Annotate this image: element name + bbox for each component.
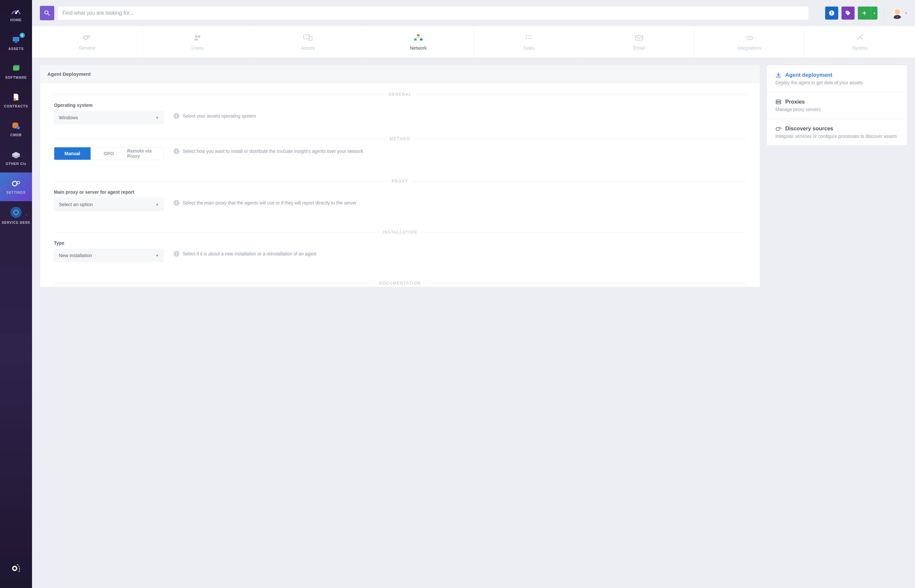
gears-icon — [10, 179, 21, 188]
sidebar-item-service-desk[interactable]: › SERVICE DESK — [0, 201, 32, 230]
tab-label: Users — [191, 45, 204, 51]
sidebar-item-software[interactable]: SOFTWARE — [0, 58, 32, 86]
alerts-button[interactable] — [825, 6, 838, 19]
select-value: Select an option — [59, 202, 93, 207]
sidebar-item-label: CONTRACTS — [4, 104, 28, 108]
section-heading-proxy: PROXY — [40, 163, 760, 186]
sidebar-item-contracts[interactable]: CONTRACTS — [0, 86, 32, 115]
mail-icon — [634, 33, 644, 42]
tag-icon — [845, 10, 851, 16]
chevron-down-icon: ▼ — [155, 116, 159, 120]
sidebar-item-label: HOME — [10, 18, 22, 22]
select-value: Windows — [59, 115, 78, 120]
download-icon — [776, 73, 781, 78]
search-button[interactable] — [40, 6, 54, 20]
method-manual[interactable]: Manual — [54, 147, 91, 160]
submenu-agent-deployment[interactable]: Agent deployment Deploy the agent to get… — [767, 65, 907, 92]
tags-button[interactable] — [841, 6, 855, 19]
help-text: Select how you want to install or distri… — [183, 148, 364, 155]
create-dropdown[interactable]: ▾ — [871, 6, 878, 19]
svg-rect-2 — [13, 37, 19, 42]
svg-rect-25 — [417, 34, 420, 36]
card-desc: Deploy the agent to get data of your ass… — [776, 80, 898, 85]
sidebar-item-label: SETTINGS — [6, 191, 26, 194]
help-text: Select if it is about a new installation… — [183, 251, 316, 257]
network-icon — [413, 33, 424, 42]
card-title: Proxies — [785, 99, 805, 105]
sidebar-item-label: CMDB — [10, 133, 22, 137]
svg-point-11 — [14, 210, 18, 215]
tab-users[interactable]: Users — [142, 26, 252, 58]
link-icon — [745, 33, 755, 42]
search-input[interactable]: Find what you are looking for... — [58, 6, 809, 20]
service-desk-icon — [10, 207, 21, 218]
method-gpo[interactable]: GPO — [91, 147, 127, 160]
method-remote[interactable]: Remote via Proxy — [127, 147, 163, 160]
divider — [884, 6, 884, 19]
tab-label: System — [852, 45, 868, 51]
tab-general[interactable]: General — [32, 26, 142, 58]
svg-rect-30 — [635, 36, 643, 40]
software-icon — [10, 65, 21, 73]
radar-icon — [776, 126, 781, 131]
install-type-select[interactable]: New installation ▼ — [54, 249, 164, 262]
svg-point-9 — [13, 181, 17, 186]
tab-system[interactable]: System — [805, 26, 915, 58]
tab-tasks[interactable]: Tasks — [474, 26, 584, 58]
install-type-label: Type — [54, 241, 164, 246]
panel-title: Agent Deployment — [40, 65, 760, 83]
settings-tabs: General Users Assets Network Tasks Email… — [32, 26, 915, 58]
info-icon: i — [173, 200, 179, 206]
proxy-label: Main proxy or server for agent report — [54, 189, 164, 195]
tab-assets[interactable]: Assets — [252, 26, 363, 58]
tab-label: Email — [633, 45, 645, 51]
section-heading-installation: INSTALLATION — [40, 214, 760, 237]
svg-rect-23 — [304, 35, 309, 39]
sidebar-item-other-cis[interactable]: OTHER CIs — [0, 144, 32, 173]
section-heading-method: METHOD — [40, 128, 760, 144]
wrench-icon — [855, 33, 865, 42]
os-select[interactable]: Windows ▼ — [54, 111, 164, 124]
help-text: Select the main proxy that the agents wi… — [183, 200, 357, 207]
sidebar-item-settings[interactable]: SETTINGS — [0, 173, 32, 201]
alert-icon — [829, 10, 834, 16]
card-title: Agent deployment — [785, 72, 833, 78]
top-bar: Find what you are looking for... ▾ — [32, 0, 915, 26]
form-panel: Agent Deployment GENERAL Operating syste… — [40, 65, 760, 287]
gauge-icon — [10, 7, 21, 15]
card-desc: Integrate services or configure processe… — [776, 134, 898, 139]
method-segmented: Manual GPO Remote via Proxy — [54, 147, 164, 160]
submenu-discovery-sources[interactable]: Discovery sources Integrate services or … — [767, 119, 907, 145]
server-icon — [776, 99, 781, 105]
os-label: Operating system — [54, 103, 164, 108]
svg-rect-17 — [831, 14, 832, 15]
svg-point-19 — [84, 36, 87, 40]
info-icon: i — [173, 251, 179, 257]
create-button[interactable] — [858, 6, 871, 19]
chevron-down-icon: ▾ — [905, 11, 907, 15]
svg-rect-26 — [414, 39, 417, 40]
sidebar-item-assets[interactable]: 5 ASSETS — [0, 29, 32, 58]
tab-email[interactable]: Email — [584, 26, 694, 58]
avatar-icon — [891, 7, 903, 19]
chevron-down-icon: ▾ — [873, 11, 875, 15]
sidebar-item-cmdb[interactable]: CMDB — [0, 115, 32, 144]
sidebar-item-home[interactable]: HOME — [0, 0, 32, 29]
svg-point-18 — [846, 11, 847, 13]
submenu-proxies[interactable]: Proxies Manage proxy servers — [767, 92, 907, 119]
checklist-icon — [524, 33, 533, 42]
svg-point-21 — [195, 35, 197, 38]
svg-line-14 — [48, 14, 49, 15]
database-icon — [10, 122, 21, 130]
tab-integrations[interactable]: Integrations — [694, 26, 805, 58]
tab-label: General — [79, 45, 95, 51]
svg-point-20 — [88, 36, 90, 37]
chevron-right-icon: › — [26, 213, 27, 216]
tab-label: Network — [410, 45, 427, 51]
user-menu[interactable]: ▾ — [891, 7, 907, 19]
sidebar-item-label: SOFTWARE — [5, 76, 27, 79]
section-heading-general: GENERAL — [40, 83, 760, 99]
proxy-select[interactable]: Select an option ▼ — [54, 198, 164, 211]
svg-point-6 — [13, 99, 16, 101]
tab-network[interactable]: Network — [363, 26, 474, 58]
